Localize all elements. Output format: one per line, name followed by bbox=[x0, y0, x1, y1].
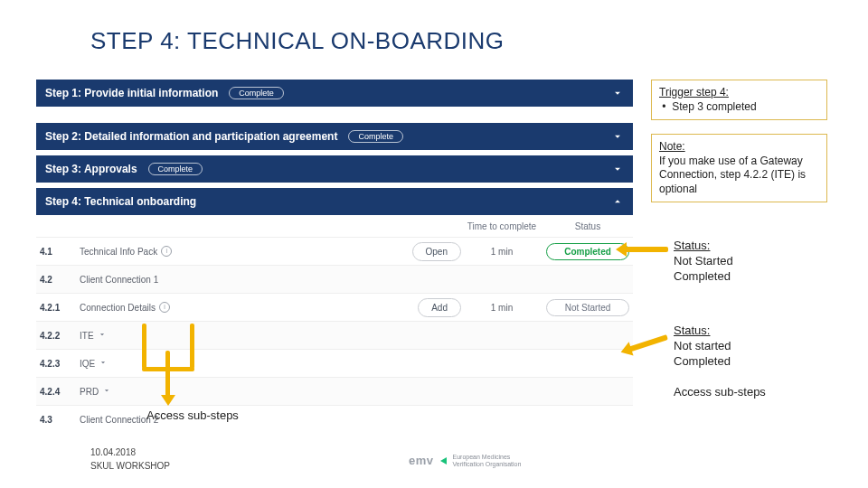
table-row: 4.1 Technical Info Pack i Open 1 min Com… bbox=[36, 237, 633, 265]
step3-label: Step 3: Approvals bbox=[45, 163, 137, 175]
accordion-step-3[interactable]: Step 3: Approvals Complete bbox=[36, 155, 633, 183]
row-name: Connection Details bbox=[80, 303, 156, 313]
row-number: 4.2 bbox=[36, 275, 80, 285]
accordion-step-1[interactable]: Step 1: Provide initial information Comp… bbox=[36, 80, 633, 107]
trigger-box: Trigger step 4: • Step 3 completed bbox=[651, 80, 827, 120]
col-status: Status bbox=[542, 221, 633, 231]
trigger-body: Step 3 completed bbox=[672, 100, 756, 113]
step2-badge: Complete bbox=[348, 130, 403, 143]
status-legend-1: Status: Not Started Completed bbox=[674, 239, 841, 285]
bracket-line bbox=[190, 324, 194, 369]
chevron-down-icon bbox=[99, 358, 108, 369]
step1-badge: Complete bbox=[229, 87, 284, 99]
table-row: 4.2.1 Connection Details i Add 1 min Not… bbox=[36, 293, 633, 321]
row-name: ITE bbox=[80, 331, 94, 341]
arrow-icon bbox=[623, 247, 668, 252]
table-row[interactable]: 4.2.2 ITE bbox=[36, 321, 633, 349]
chevron-down-icon bbox=[611, 130, 624, 145]
add-button[interactable]: Add bbox=[418, 298, 461, 317]
note-body: If you make use of a Gateway Connection,… bbox=[659, 155, 806, 195]
chevron-up-icon bbox=[611, 195, 624, 211]
bracket-line bbox=[142, 324, 146, 369]
arrow-icon bbox=[627, 334, 668, 352]
info-icon[interactable]: i bbox=[159, 302, 170, 313]
status-legend-2: Status: Not started Completed bbox=[674, 324, 841, 370]
row-name: IQE bbox=[80, 359, 95, 369]
row-time: 1 min bbox=[461, 247, 542, 257]
note-heading: Note: bbox=[659, 140, 685, 153]
table-row[interactable]: 4.2.3 IQE bbox=[36, 349, 633, 377]
bracket-line bbox=[165, 351, 170, 369]
row-name: Client Connection 1 bbox=[80, 275, 633, 285]
arrow-down-icon bbox=[165, 367, 170, 399]
chevron-down-icon bbox=[611, 163, 624, 178]
footer-date: 10.04.2018 bbox=[90, 447, 136, 457]
col-time: Time to complete bbox=[461, 221, 542, 231]
info-icon[interactable]: i bbox=[161, 246, 172, 257]
footer-workshop: SKUL WORKSHOP bbox=[90, 461, 170, 471]
row-number: 4.2.1 bbox=[36, 303, 80, 313]
page-title: STEP 4: TECHNICAL ON-BOARDING bbox=[90, 27, 505, 55]
open-button[interactable]: Open bbox=[412, 242, 461, 261]
chevron-down-icon bbox=[611, 87, 624, 102]
row-time: 1 min bbox=[461, 303, 542, 313]
row-number: 4.2.4 bbox=[36, 387, 80, 397]
step4-label: Step 4: Technical onboarding bbox=[45, 195, 196, 208]
step3-badge: Complete bbox=[148, 163, 203, 175]
table-row[interactable]: 4.2.4 PRD bbox=[36, 377, 633, 405]
emvo-logo: emv European MedicinesVerification Organ… bbox=[409, 454, 521, 467]
chevron-down-icon bbox=[102, 386, 111, 397]
trigger-heading: Trigger step 4: bbox=[659, 86, 729, 99]
access-substeps-side: Access sub-steps bbox=[674, 385, 841, 400]
row-number: 4.3 bbox=[36, 415, 80, 425]
row-number: 4.1 bbox=[36, 247, 80, 257]
status-badge: Not Started bbox=[546, 299, 629, 316]
column-headers: Time to complete Status bbox=[36, 215, 633, 237]
chevron-down-icon bbox=[98, 330, 107, 341]
accordion-step-2[interactable]: Step 2: Detailed information and partici… bbox=[36, 123, 633, 150]
note-box: Note: If you make use of a Gateway Conne… bbox=[651, 134, 827, 202]
access-substeps-label: Access sub-steps bbox=[146, 408, 239, 422]
row-number: 4.2.3 bbox=[36, 359, 80, 369]
accordion-step-4[interactable]: Step 4: Technical onboarding bbox=[36, 188, 633, 215]
row-name: PRD bbox=[80, 387, 99, 397]
row-name: Technical Info Pack bbox=[80, 247, 157, 257]
table-row: 4.3 Client Connection 2 bbox=[36, 405, 633, 433]
row-number: 4.2.2 bbox=[36, 331, 80, 341]
step1-label: Step 1: Provide initial information bbox=[45, 87, 218, 99]
step2-label: Step 2: Detailed information and partici… bbox=[45, 130, 337, 143]
table-row: 4.2 Client Connection 1 bbox=[36, 265, 633, 293]
